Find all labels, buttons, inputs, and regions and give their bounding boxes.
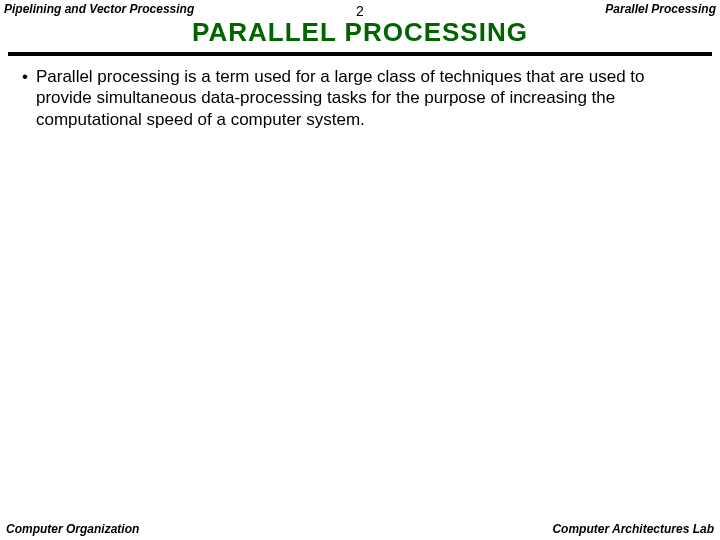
slide-footer: Computer Organization Computer Architect… (0, 522, 720, 536)
header-topic-left: Pipelining and Vector Processing (4, 2, 356, 16)
header-topic-right: Parallel Processing (364, 2, 716, 16)
slide-title: PARALLEL PROCESSING (0, 17, 720, 52)
slide-body: • Parallel processing is a term used for… (0, 56, 720, 130)
footer-left: Computer Organization (6, 522, 139, 536)
bullet-dot-icon: • (22, 66, 36, 130)
footer-right: Computer Architectures Lab (552, 522, 714, 536)
bullet-text: Parallel processing is a term used for a… (36, 66, 698, 130)
bullet-item: • Parallel processing is a term used for… (22, 66, 698, 130)
